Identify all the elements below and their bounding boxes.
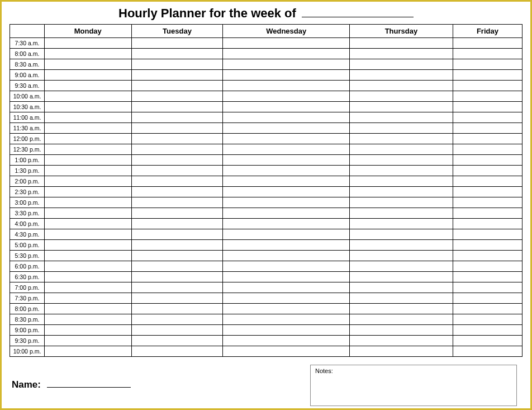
slot-cell [453,81,522,91]
slot-cell [131,59,223,70]
time-cell: 1:30 p.m. [10,166,45,176]
time-cell: 10:00 p.m. [10,346,45,357]
slot-cell [223,325,350,336]
time-row: 11:00 a.m. [10,112,522,123]
time-row: 9:30 a.m. [10,81,522,91]
time-row: 7:30 a.m. [10,38,522,49]
slot-cell [453,336,522,346]
slot-cell [453,155,522,166]
slot-cell [45,144,132,155]
time-cell: 5:30 p.m. [10,251,45,261]
slot-cell [45,123,132,134]
slot-cell [453,134,522,144]
time-cell: 5:00 p.m. [10,240,45,251]
time-row: 9:30 p.m. [10,336,522,346]
time-row: 1:00 p.m. [10,155,522,166]
time-cell: 8:30 a.m. [10,59,45,70]
slot-cell [350,155,453,166]
time-row: 4:30 p.m. [10,229,522,240]
slot-cell [350,282,453,293]
slot-cell [223,293,350,304]
slot-cell [131,251,223,261]
name-label: Name: [12,379,41,390]
slot-cell [223,70,350,81]
slot-cell [131,261,223,272]
slot-cell [350,325,453,336]
slot-cell [45,282,132,293]
slot-cell [45,134,132,144]
slot-cell [45,314,132,325]
time-row: 8:30 a.m. [10,59,522,70]
slot-cell [131,176,223,187]
slot-cell [45,229,132,240]
time-cell: 9:30 p.m. [10,336,45,346]
time-row: 10:00 p.m. [10,346,522,357]
time-row: 8:30 p.m. [10,314,522,325]
slot-cell [453,261,522,272]
time-row: 5:30 p.m. [10,251,522,261]
slot-cell [223,166,350,176]
slot-cell [45,38,132,49]
time-row: 11:30 a.m. [10,123,522,134]
slot-cell [453,123,522,134]
slot-cell [350,219,453,229]
notes-label: Notes: [315,367,333,374]
slot-cell [45,59,132,70]
time-cell: 4:00 p.m. [10,219,45,229]
slot-cell [350,314,453,325]
time-row: 2:00 p.m. [10,176,522,187]
slot-cell [131,81,223,91]
slot-cell [131,208,223,219]
time-cell: 9:30 a.m. [10,81,45,91]
slot-cell [223,240,350,251]
slot-cell [45,197,132,208]
slot-cell [45,49,132,59]
slot-cell [350,187,453,197]
slot-cell [131,197,223,208]
slot-cell [453,59,522,70]
slot-cell [350,70,453,81]
time-cell: 2:30 p.m. [10,187,45,197]
slot-cell [453,70,522,81]
slot-cell [131,70,223,81]
slot-cell [350,240,453,251]
slot-cell [131,282,223,293]
slot-cell [350,38,453,49]
time-cell: 8:00 a.m. [10,49,45,59]
title-text: Hourly Planner for the week of [118,6,296,20]
slot-cell [350,49,453,59]
slot-cell [45,346,132,357]
time-row: 7:30 p.m. [10,293,522,304]
time-row: 12:00 p.m. [10,134,522,144]
slot-cell [45,251,132,261]
time-row: 8:00 a.m. [10,49,522,59]
time-cell: 2:00 p.m. [10,176,45,187]
slot-cell [131,102,223,112]
time-row: 6:30 p.m. [10,272,522,282]
slot-cell [45,208,132,219]
slot-cell [131,304,223,314]
time-row: 3:30 p.m. [10,208,522,219]
slot-cell [223,197,350,208]
slot-cell [223,272,350,282]
slot-cell [223,155,350,166]
slot-cell [45,91,132,102]
slot-cell [45,304,132,314]
slot-cell [45,81,132,91]
slot-cell [45,70,132,81]
slot-cell [453,251,522,261]
slot-cell [453,38,522,49]
slot-cell [131,229,223,240]
slot-cell [131,336,223,346]
slot-cell [223,219,350,229]
slot-cell [453,314,522,325]
day-header: Thursday [350,25,453,38]
time-row: 9:00 p.m. [10,325,522,336]
slot-cell [131,293,223,304]
slot-cell [223,208,350,219]
slot-cell [350,197,453,208]
slot-cell [223,282,350,293]
slot-cell [45,102,132,112]
slot-cell [131,166,223,176]
page-title: Hourly Planner for the week of [10,6,522,21]
